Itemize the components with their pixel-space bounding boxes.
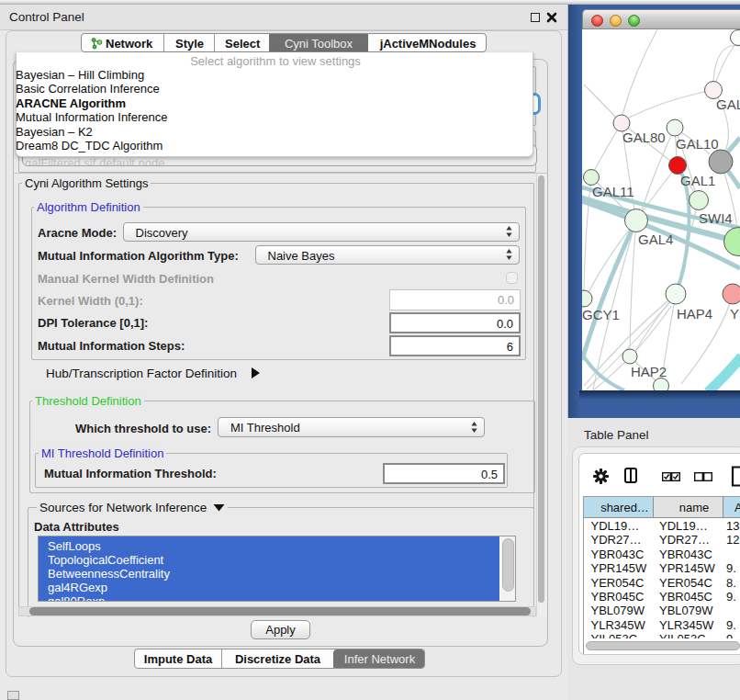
svg-text:YM: YM	[730, 306, 740, 322]
svg-text:GAL80: GAL80	[622, 130, 666, 145]
svg-text:SWI4: SWI4	[699, 210, 733, 226]
svg-text:GAL8: GAL8	[716, 96, 740, 112]
svg-text:GAL4: GAL4	[638, 231, 673, 247]
svg-text:GAL10: GAL10	[676, 136, 719, 152]
svg-text:HAP4: HAP4	[677, 306, 712, 322]
svg-text:GAL1: GAL1	[680, 173, 715, 188]
svg-text:GAL11: GAL11	[592, 184, 634, 199]
svg-text:GCY1: GCY1	[582, 307, 620, 322]
svg-text:HAP2: HAP2	[631, 364, 667, 379]
